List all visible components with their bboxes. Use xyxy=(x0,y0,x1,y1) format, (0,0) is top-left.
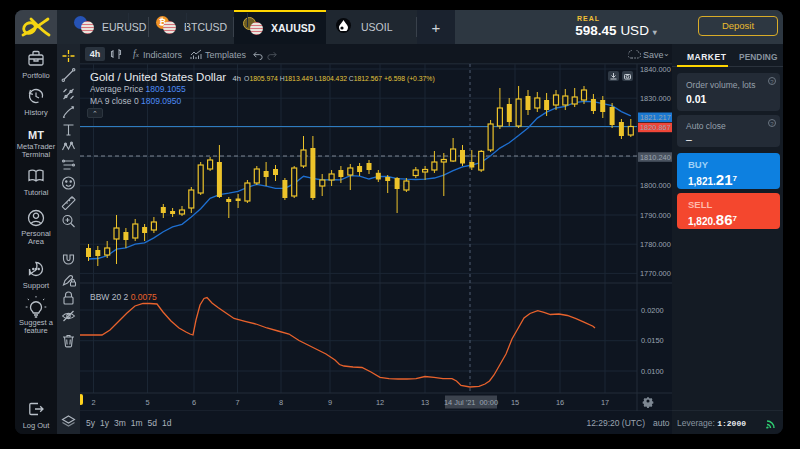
svg-text:5: 5 xyxy=(145,398,149,407)
svg-text:17: 17 xyxy=(601,398,609,407)
svg-text:1800.000: 1800.000 xyxy=(640,181,671,190)
svg-text:1810.240: 1810.240 xyxy=(640,153,671,162)
svg-text:13: 13 xyxy=(421,398,429,407)
svg-text:1780.000: 1780.000 xyxy=(640,240,671,249)
svg-text:1770.000: 1770.000 xyxy=(640,269,671,278)
svg-text:1840.000: 1840.000 xyxy=(640,65,671,74)
svg-text:14 Jul '21 00:00: 14 Jul '21 00:00 xyxy=(444,398,498,407)
svg-text:9: 9 xyxy=(328,398,332,407)
svg-text:0.0150: 0.0150 xyxy=(641,336,664,345)
svg-text:0.0100: 0.0100 xyxy=(641,367,664,376)
svg-text:16: 16 xyxy=(556,398,564,407)
svg-text:0.0200: 0.0200 xyxy=(641,306,664,315)
svg-text:8: 8 xyxy=(279,398,283,407)
svg-text:1790.000: 1790.000 xyxy=(640,211,671,220)
svg-text:1830.000: 1830.000 xyxy=(640,94,671,103)
svg-text:6: 6 xyxy=(192,398,196,407)
svg-text:1821.217: 1821.217 xyxy=(640,113,671,122)
svg-text:2: 2 xyxy=(91,398,95,407)
svg-text:1820.867: 1820.867 xyxy=(640,123,671,132)
svg-text:12: 12 xyxy=(376,398,384,407)
svg-text:15: 15 xyxy=(511,398,519,407)
svg-text:7: 7 xyxy=(235,398,239,407)
